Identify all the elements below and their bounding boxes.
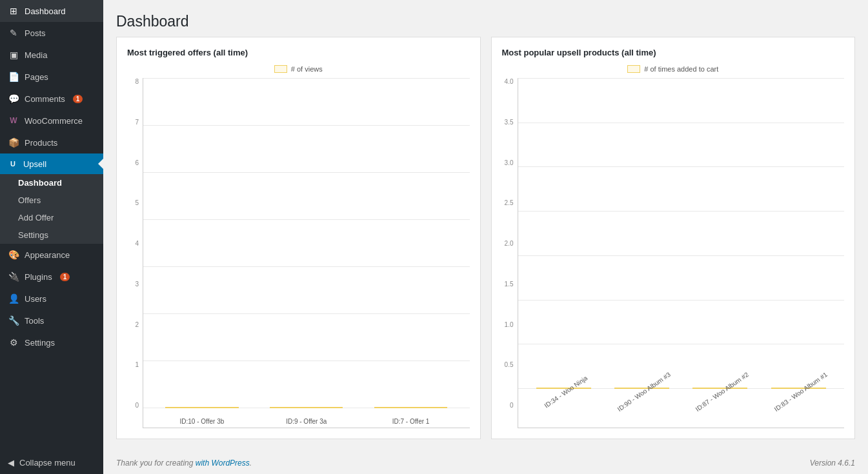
comments-badge: 1 [73, 95, 83, 103]
upsell-submenu: Dashboard Offers Add Offer Settings [0, 174, 103, 244]
media-icon: ▣ [8, 49, 19, 61]
sidebar-item-tools[interactable]: 🔧 Tools [0, 310, 103, 331]
submenu-item-settings[interactable]: Settings [0, 226, 103, 244]
legend-box-left [274, 65, 287, 73]
sidebar-item-users[interactable]: 👤 Users [0, 288, 103, 310]
sidebar-item-comments[interactable]: 💬 Comments 1 [0, 88, 103, 110]
chart-left-inner: 8 7 6 5 4 3 2 1 0 [127, 78, 470, 428]
upsell-arrow [98, 159, 103, 169]
sidebar-item-posts[interactable]: ✎ Posts [0, 22, 103, 44]
sidebar-item-plugins[interactable]: 🔌 Plugins 1 [0, 266, 103, 288]
submenu-item-offers[interactable]: Offers [0, 192, 103, 209]
chart-left: Most triggered offers (all time) # of vi… [116, 37, 481, 439]
sidebar-item-media[interactable]: ▣ Media [0, 44, 103, 66]
chart-left-y-axis: 8 7 6 5 4 3 2 1 0 [127, 78, 143, 428]
posts-icon: ✎ [8, 27, 19, 39]
footer: Thank you for creating with WordPress. V… [103, 452, 868, 474]
plugins-icon: 🔌 [8, 271, 19, 282]
submenu-item-add-offer[interactable]: Add Offer [0, 209, 103, 226]
sidebar-item-upsell[interactable]: U Upsell [0, 153, 103, 174]
sidebar-item-appearance[interactable]: 🎨 Appearance [0, 244, 103, 266]
settings-icon: ⚙ [8, 337, 19, 348]
page-header: Dashboard [103, 0, 868, 37]
chart-left-legend: # of views [127, 65, 470, 73]
chart-right-bars [518, 78, 845, 389]
sidebar-item-pages[interactable]: 📄 Pages [0, 66, 103, 88]
x-label: ID:7 - Offer 1 [359, 418, 463, 428]
chart-right-x-labels: ID:34 - Woo NinjaID:90 - Woo Album #3ID:… [518, 389, 845, 428]
legend-box-right [627, 65, 640, 73]
chart-right-y-axis: 4.0 3.5 3.0 2.5 2.0 1.5 1.0 0.5 0 [502, 78, 518, 428]
chart-right-area: # of times added to cart 4.0 3.5 3.0 2.5… [502, 65, 845, 428]
chart-right: Most popular upsell products (all time) … [491, 37, 856, 439]
footer-link[interactable]: with WordPress [196, 459, 250, 468]
comments-icon: 💬 [8, 93, 19, 104]
chart-right-title: Most popular upsell products (all time) [502, 48, 845, 57]
chart-right-plot: ID:34 - Woo NinjaID:90 - Woo Album #3ID:… [518, 78, 845, 428]
chart-left-area: # of views 8 7 6 5 4 3 2 1 0 [127, 65, 470, 428]
sidebar-item-woocommerce[interactable]: W WooCommerce [0, 110, 103, 132]
submenu-item-dashboard[interactable]: Dashboard [0, 174, 103, 192]
chart-left-legend-label: # of views [291, 65, 323, 73]
products-icon: 📦 [8, 137, 19, 148]
sidebar: ⊞ Dashboard ✎ Posts ▣ Media 📄 Pages 💬 Co… [0, 0, 103, 474]
appearance-icon: 🎨 [8, 249, 19, 261]
tools-icon: 🔧 [8, 315, 19, 326]
chart-left-bars [143, 78, 470, 408]
woocommerce-icon: W [8, 115, 19, 126]
upsell-icon: U [8, 159, 18, 169]
x-label: ID:10 - Offer 3b [150, 418, 254, 428]
x-label: ID:9 - Offer 3a [254, 418, 359, 428]
sidebar-item-settings[interactable]: ⚙ Settings [0, 331, 103, 353]
collapse-menu-button[interactable]: ◀ Collapse menu [0, 451, 103, 474]
page-title: Dashboard [116, 13, 855, 30]
users-icon: 👤 [8, 293, 19, 304]
chart-left-title: Most triggered offers (all time) [127, 48, 470, 57]
footer-text: Thank you for creating with WordPress. [116, 459, 252, 468]
chart-left-plot: ID:10 - Offer 3bID:9 - Offer 3aID:7 - Of… [143, 78, 470, 428]
dashboard-icon: ⊞ [8, 5, 19, 17]
chart-left-x-labels: ID:10 - Offer 3bID:9 - Offer 3aID:7 - Of… [143, 408, 470, 428]
collapse-icon: ◀ [8, 458, 14, 468]
sidebar-item-dashboard[interactable]: ⊞ Dashboard [0, 0, 103, 22]
chart-right-legend-label: # of times added to cart [644, 65, 718, 73]
main-content: Dashboard Most triggered offers (all tim… [103, 0, 868, 474]
charts-container: Most triggered offers (all time) # of vi… [103, 37, 868, 452]
plugins-badge: 1 [60, 273, 70, 281]
sidebar-item-products[interactable]: 📦 Products [0, 132, 103, 153]
chart-right-inner: 4.0 3.5 3.0 2.5 2.0 1.5 1.0 0.5 0 [502, 78, 845, 428]
pages-icon: 📄 [8, 71, 19, 83]
chart-right-legend: # of times added to cart [502, 65, 845, 73]
version-text: Version 4.6.1 [810, 459, 855, 468]
